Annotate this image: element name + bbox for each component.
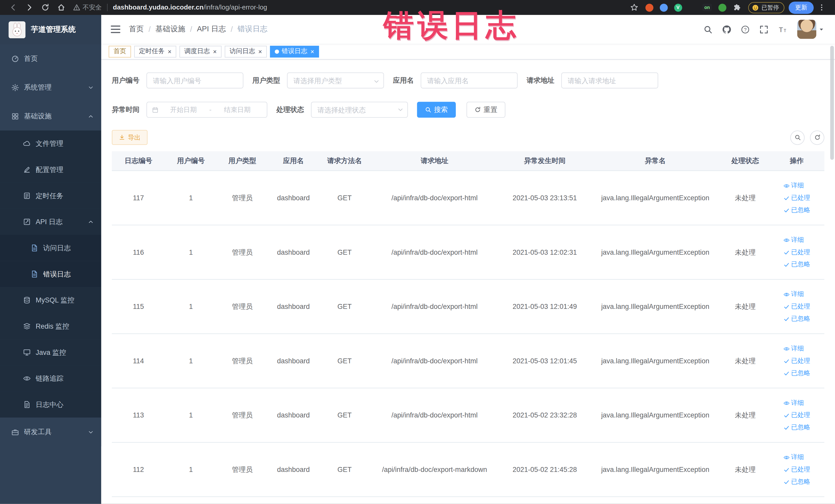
ignored-link[interactable]: 已忽略: [783, 477, 810, 486]
detail-link[interactable]: 详细: [783, 236, 804, 244]
bookmark-star-icon[interactable]: [630, 3, 638, 12]
browser-menu-icon[interactable]: [817, 3, 826, 12]
processed-link[interactable]: 已处理: [783, 465, 810, 474]
browser-forward-icon[interactable]: [25, 3, 34, 12]
process-status-select[interactable]: [311, 102, 408, 118]
app-logo[interactable]: 芋道管理系统: [0, 15, 101, 44]
reset-button[interactable]: 重置: [466, 102, 505, 118]
puzzle-extensions-icon[interactable]: [733, 3, 741, 11]
switch-badge-extension-icon[interactable]: on: [702, 4, 712, 11]
search-icon[interactable]: [704, 25, 713, 34]
sidebar-item[interactable]: API 日志: [0, 209, 101, 235]
tab-close-icon[interactable]: ×: [213, 48, 217, 55]
user-id-input[interactable]: [147, 73, 244, 88]
scrollbar-thumb[interactable]: [830, 46, 834, 160]
sidebar-item[interactable]: 研发工具: [0, 418, 101, 446]
gear-icon: [11, 83, 19, 92]
column-header: 异常名: [591, 151, 720, 170]
tab-item[interactable]: 首页: [108, 45, 131, 57]
search-button[interactable]: 搜索: [417, 102, 455, 118]
breadcrumb-item[interactable]: 首页: [129, 24, 144, 34]
processed-link[interactable]: 已处理: [783, 356, 810, 365]
sidebar-item[interactable]: 访问日志: [0, 235, 101, 261]
sidebar-item[interactable]: 配置管理: [0, 157, 101, 183]
sidebar-item[interactable]: 定时任务: [0, 183, 101, 209]
tab-item[interactable]: 调度日志×: [179, 45, 222, 57]
paused-badge[interactable]: 已暂停: [748, 2, 785, 13]
browser-update-button[interactable]: 更新: [789, 1, 814, 14]
vue-devtools-extension-icon[interactable]: V: [674, 3, 682, 11]
grid-extension-icon[interactable]: [688, 4, 696, 11]
sidebar-item[interactable]: 首页: [0, 44, 101, 73]
browser-back-icon[interactable]: [9, 3, 18, 12]
date-range-picker[interactable]: 开始日期 - 结束日期: [147, 102, 267, 118]
leaf-extension-icon[interactable]: [718, 3, 727, 11]
hamburger-icon[interactable]: [111, 26, 120, 33]
refresh-table-button[interactable]: [810, 130, 824, 144]
tab-item[interactable]: 定时任务×: [134, 45, 176, 57]
security-warning-icon[interactable]: [73, 4, 80, 11]
column-header: 请求方法名: [319, 151, 370, 170]
detail-link[interactable]: 详细: [783, 344, 804, 353]
ignored-link[interactable]: 已忽略: [783, 260, 810, 269]
processed-link[interactable]: 已处理: [783, 302, 810, 311]
adblock-extension-icon[interactable]: [645, 3, 653, 11]
avatar-caret-icon[interactable]: [819, 26, 824, 32]
sidebar-item[interactable]: 基础设施: [0, 102, 101, 130]
font-size-icon[interactable]: TT: [778, 25, 787, 34]
toggle-search-button[interactable]: [790, 130, 805, 144]
app-name-input[interactable]: [421, 73, 518, 88]
request-url-input[interactable]: [562, 77, 658, 84]
user-type-input[interactable]: [287, 77, 383, 84]
tab-item[interactable]: 访问日志×: [225, 45, 267, 57]
processed-link[interactable]: 已处理: [783, 411, 810, 420]
tab-close-icon[interactable]: ×: [258, 48, 262, 55]
breadcrumb-item[interactable]: API 日志: [197, 24, 226, 34]
sidebar-item[interactable]: 错误日志: [0, 261, 101, 287]
breadcrumb-item[interactable]: 基础设施: [156, 24, 185, 34]
ignored-link[interactable]: 已忽略: [783, 206, 810, 215]
help-icon[interactable]: ?: [741, 25, 750, 34]
sidebar-item[interactable]: 系统管理: [0, 73, 101, 102]
avatar[interactable]: [797, 20, 816, 39]
process-status-input[interactable]: [312, 106, 407, 114]
ignored-link[interactable]: 已忽略: [783, 314, 810, 323]
request-url-input[interactable]: [562, 73, 658, 88]
processed-link[interactable]: 已处理: [783, 193, 810, 202]
detail-link[interactable]: 详细: [783, 399, 804, 407]
detail-link[interactable]: 详细: [783, 452, 804, 462]
processed-link[interactable]: 已处理: [783, 248, 810, 257]
cell-user_id: 1: [165, 334, 217, 388]
browser-home-icon[interactable]: [57, 3, 65, 12]
ignored-link[interactable]: 已忽略: [783, 423, 810, 432]
detail-link[interactable]: 详细: [783, 181, 804, 190]
tab-close-icon[interactable]: ×: [311, 48, 314, 55]
user-id-input[interactable]: [147, 77, 243, 84]
column-header: 用户编号: [165, 151, 217, 170]
sidebar-item[interactable]: 链路追踪: [0, 365, 101, 391]
user-type-select[interactable]: [287, 73, 384, 88]
infra-icon: [11, 112, 19, 120]
cell-status: 未处理: [720, 388, 771, 442]
logo-image: [8, 21, 25, 38]
ignored-link[interactable]: 已忽略: [783, 369, 810, 378]
tab-close-icon[interactable]: ×: [168, 48, 171, 55]
export-button[interactable]: 导出: [112, 130, 148, 145]
detail-link[interactable]: 详细: [783, 290, 804, 299]
url-bar[interactable]: dashboard.yudao.iocoder.cn/infra/log/api…: [113, 4, 267, 11]
tags-view-bar: 首页定时任务×调度日志×访问日志×错误日志×: [101, 44, 835, 60]
tab-active[interactable]: 错误日志×: [270, 45, 319, 57]
sidebar-item[interactable]: Java 监控: [0, 339, 101, 366]
blue-drop-extension-icon[interactable]: [660, 3, 668, 11]
sidebar-item[interactable]: 文件管理: [0, 130, 101, 157]
sidebar-item[interactable]: Redis 监控: [0, 313, 101, 339]
sidebar-item[interactable]: MySQL 监控: [0, 287, 101, 313]
app-name-input[interactable]: [421, 77, 517, 84]
fullscreen-icon[interactable]: [759, 25, 768, 34]
sidebar-item[interactable]: 日志中心: [0, 391, 101, 418]
cell-time: 2021-05-03 23:13:51: [499, 171, 591, 225]
github-icon[interactable]: [722, 25, 731, 34]
refresh-icon: [814, 134, 820, 141]
browser-reload-icon[interactable]: [41, 3, 49, 12]
logcenter-icon: [23, 401, 31, 408]
